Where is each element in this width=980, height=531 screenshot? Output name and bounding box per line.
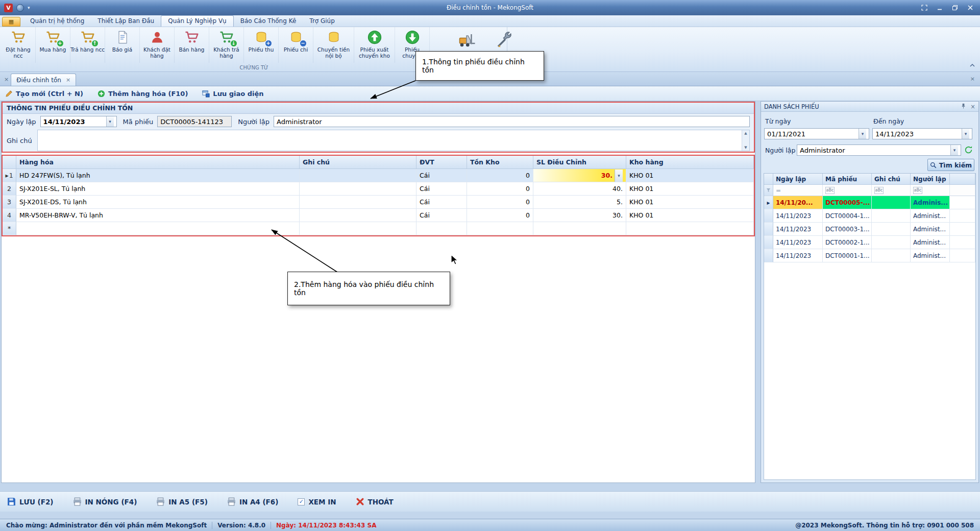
tab-close-icon[interactable]: × <box>66 77 70 83</box>
new-row-cell[interactable] <box>416 222 467 235</box>
print-hot-button[interactable]: IN NÓNG (F4) <box>73 497 137 506</box>
preview-checkbox[interactable]: ✓ XEM IN <box>298 498 336 506</box>
scroll-down-icon[interactable]: ▼ <box>744 144 747 151</box>
ghi-chu-textarea[interactable]: ▲ ▼ <box>37 130 750 151</box>
nguoi-lap-input[interactable]: Administrator <box>274 116 750 127</box>
new-row-cell[interactable] <box>533 222 626 235</box>
ribbon-item-chuyen-tien-noi-bo[interactable]: Chuyển tiền nội bộ <box>313 27 354 63</box>
cell-code[interactable]: DCT00001-1... <box>823 249 872 262</box>
nguoi-lap-filter-input[interactable]: Administrator ▾ <box>797 144 961 156</box>
cell-stock[interactable]: 0 <box>467 182 533 196</box>
cell-warehouse[interactable]: KHO 01 <box>626 182 754 196</box>
cell-product[interactable]: HD 247FW(S), Tủ lạnh <box>16 169 300 182</box>
col-hang-hoa[interactable]: Hàng hóa <box>16 156 300 169</box>
refresh-icon[interactable] <box>964 146 973 156</box>
minimize-button[interactable] <box>936 5 943 11</box>
col-sl-dieu-chinh[interactable]: SL Điều Chỉnh <box>533 156 626 169</box>
menu-tab-quan-ly-nghiep-vu[interactable]: Quản Lý Nghiệp Vụ <box>161 15 234 27</box>
col-ghi-chu[interactable]: Ghi chú <box>300 156 416 169</box>
new-row-cell[interactable] <box>16 222 300 235</box>
dropdown-icon[interactable]: ▾ <box>962 129 969 139</box>
col-nguoi-lap[interactable]: Người lập <box>911 174 950 185</box>
tab-dieu-chinh-ton[interactable]: Điều chinh tồn × <box>11 74 76 86</box>
cell-user[interactable]: Administ... <box>911 223 950 236</box>
new-button[interactable]: Tạo mới (Ctrl + N) <box>5 90 83 98</box>
ribbon-item-phieu-thu[interactable]: + Phiếu thu <box>244 27 279 63</box>
cell-note[interactable] <box>872 196 911 209</box>
save-button[interactable]: LƯU (F2) <box>7 497 54 506</box>
cell-note[interactable] <box>300 182 416 196</box>
new-row-indicator[interactable]: * <box>3 222 16 235</box>
cell-user[interactable]: Administ... <box>911 236 950 249</box>
cell-warehouse[interactable]: KHO 01 <box>626 169 754 182</box>
new-row-cell[interactable] <box>467 222 533 235</box>
menu-tab-thiet-lap-ban-dau[interactable]: Thiết Lập Ban Đầu <box>91 16 161 27</box>
cell-stock[interactable]: 0 <box>467 209 533 222</box>
fullscreen-button[interactable] <box>921 5 928 11</box>
cell-stock[interactable]: 0 <box>467 169 533 182</box>
cell-adjust[interactable]: 30. <box>533 209 626 222</box>
filter-cell-date[interactable]: = <box>773 185 823 196</box>
cell-note[interactable] <box>300 196 416 209</box>
cell-note[interactable] <box>872 223 911 236</box>
cell-unit[interactable]: Cái <box>416 196 467 209</box>
cell-date[interactable]: 14/11/20... <box>773 196 823 209</box>
cell-product[interactable]: SJ-X201E-DS, Tủ lạnh <box>16 196 300 209</box>
cell-unit[interactable]: Cái <box>416 182 467 196</box>
quick-access-dropdown-icon[interactable]: ▾ <box>28 5 30 10</box>
search-button[interactable]: Tìm kiếm <box>927 159 974 171</box>
cell-date[interactable]: 14/11/2023 <box>773 249 823 262</box>
dropdown-icon[interactable]: ▾ <box>859 129 866 139</box>
ribbon-item-phieu-chi[interactable]: − Phiếu chi <box>279 27 313 63</box>
cell-stock[interactable]: 0 <box>467 196 533 209</box>
cell-adjust[interactable]: 40. <box>533 182 626 196</box>
cell-note[interactable] <box>300 209 416 222</box>
ribbon-collapse-icon[interactable] <box>970 61 975 68</box>
col-ngay-lap[interactable]: Ngày lập <box>773 174 823 185</box>
ribbon-item-bao-gia[interactable]: Báo giá <box>105 27 140 63</box>
cell-note[interactable] <box>300 169 416 182</box>
cell-date[interactable]: 14/11/2023 <box>773 236 823 249</box>
row-indicator[interactable]: 2 <box>3 182 16 196</box>
tu-ngay-input[interactable]: 01/11/2021 ▾ <box>764 128 869 139</box>
add-item-button[interactable]: Thêm hàng hóa (F10) <box>97 90 188 98</box>
row-indicator[interactable]: ▸ <box>764 196 773 209</box>
cell-note[interactable] <box>872 236 911 249</box>
filter-cell-user[interactable]: aBc <box>911 185 950 196</box>
filter-cell-code[interactable]: aBc <box>823 185 872 196</box>
tab-strip-close-icon[interactable]: × <box>4 76 9 83</box>
dropdown-icon[interactable]: ▾ <box>106 116 114 127</box>
close-button[interactable] <box>967 5 974 11</box>
new-row-cell[interactable] <box>626 222 754 235</box>
dropdown-icon[interactable]: ▾ <box>615 170 623 182</box>
print-a5-button[interactable]: IN A5 (F5) <box>156 497 208 506</box>
cell-date[interactable]: 14/11/2023 <box>773 223 823 236</box>
cell-code[interactable]: DCT00003-1... <box>823 223 872 236</box>
cell-user[interactable]: Administ... <box>911 209 950 223</box>
cell-user[interactable]: Adminis... <box>911 196 950 209</box>
cell-warehouse[interactable]: KHO 01 <box>626 209 754 222</box>
col-ma-phieu[interactable]: Mã phiếu <box>823 174 872 185</box>
row-indicator[interactable]: ▸1 <box>3 169 16 182</box>
row-indicator[interactable] <box>764 209 773 223</box>
tabbar-close-icon[interactable]: × <box>970 76 975 82</box>
menu-tab-tro-giup[interactable]: Trợ Giúp <box>303 16 341 27</box>
new-row-cell[interactable] <box>300 222 416 235</box>
col-ton-kho[interactable]: Tồn Kho <box>467 156 533 169</box>
panel-close-icon[interactable]: × <box>970 103 975 110</box>
cell-warehouse[interactable]: KHO 01 <box>626 196 754 209</box>
restore-button[interactable] <box>951 5 959 11</box>
checkbox-checked-icon[interactable]: ✓ <box>298 498 305 505</box>
exit-button[interactable]: THOÁT <box>356 497 394 506</box>
cell-adjust-editor[interactable]: 30. ▾ <box>533 169 626 182</box>
ribbon-item-khach-tra-hang[interactable]: ↓ Khách trả hàng <box>209 27 244 63</box>
ribbon-item-khach-dat-hang[interactable]: Khách đặt hàng <box>140 27 175 63</box>
forklift-icon[interactable] <box>457 31 478 52</box>
row-indicator[interactable]: 4 <box>3 209 16 222</box>
col-dvt[interactable]: ĐVT <box>416 156 467 169</box>
ribbon-item-ban-hang[interactable]: Bán hàng <box>175 27 209 63</box>
ribbon-item-tra-hang-ncc[interactable]: ↑ Trả hàng ncc <box>70 27 105 63</box>
cell-code[interactable]: DCT00002-1... <box>823 236 872 249</box>
tools-icon[interactable] <box>495 31 516 52</box>
cell-product[interactable]: MR-V50EH-BRW-V, Tủ lạnh <box>16 209 300 222</box>
